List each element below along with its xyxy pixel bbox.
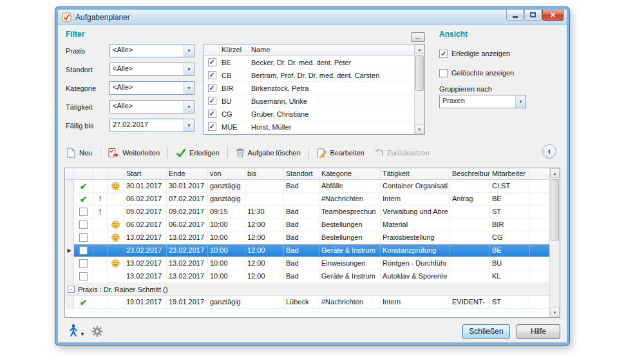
cell-bis [245,193,284,205]
collapse-panel-button[interactable]: ‹ [542,144,556,159]
task-checkbox[interactable] [79,221,88,229]
column-header-von[interactable]: von [208,168,245,179]
column-header-ende[interactable]: Ende [167,168,208,179]
cell-taetigkeit: Autoklav & Sporente [381,270,450,282]
filter-combo-taetigkeit[interactable]: <Alle>▼ [109,100,194,113]
hilfe-button[interactable]: Hilfe [516,324,560,339]
toolbar-erledigen[interactable]: Erledigen [174,147,221,159]
new-document-icon [66,148,76,158]
minimize-button[interactable] [506,10,524,21]
task-row[interactable]: ✔30.01.201730.01.2017ganztägigBadAbfälle… [65,180,549,193]
filter-combo-praxis[interactable]: <Alle>▼ [109,44,194,57]
employee-scrollbar[interactable]: ▲ ▼ [414,44,424,134]
task-row[interactable]: 06.02.201706.02.201710:0012:00BadBestell… [65,219,549,231]
maximize-button[interactable] [524,10,542,21]
undo-icon [374,148,384,157]
titlebar[interactable]: Aufgabenplaner ✕ [58,10,567,25]
employee-kuerzel: CB [220,72,249,79]
ansicht-heading: Ansicht [439,30,468,39]
group-row[interactable]: −Praxis : Dr. Rainer Schmitt () [65,283,549,296]
check-icon [176,148,186,157]
employee-row[interactable]: ✓BEBecker, Dr. Dr. med. dent. Peter [204,56,414,69]
task-row[interactable]: ✔19.01.201719.01.2017ganztägigLübeck#Nac… [65,296,549,309]
task-row[interactable]: 13.02.201713.02.201710:0012:00BadEinweis… [65,257,549,270]
task-checkbox[interactable] [79,246,88,255]
collapse-minus-icon[interactable]: − [68,286,75,293]
toolbar-aufgabe-loeschen[interactable]: Aufgabe löschen [234,146,303,159]
task-checkbox[interactable] [79,272,88,280]
task-row[interactable]: !09.02.201709.02.201709:1511:30BadTeambe… [65,206,549,219]
employee-row[interactable]: ✓BIRBirkenstock, Petra [204,82,414,95]
chevron-down-icon[interactable]: ▼ [184,44,194,57]
cell-kategorie: #Nachrichten [319,296,381,308]
toolbar-label: Aufgabe löschen [248,149,301,157]
employee-row[interactable]: ✓MUEHorst, Müller [204,121,414,133]
scroll-down-icon[interactable]: ▼ [550,308,560,317]
column-header-beschreibung[interactable]: Beschreibung [450,168,490,179]
checkbox-erledigte-anzeigen[interactable]: ✓Erledigte anzeigen [439,47,562,60]
toolbar-neu[interactable]: Neu [64,146,94,159]
cell-kategorie: Geräte & Instrum [319,244,381,257]
task-checkbox[interactable] [79,259,88,268]
employee-checkbox[interactable]: ✓ [208,84,216,92]
column-header-kategorie[interactable]: Kategorie [319,168,381,179]
chevron-down-icon[interactable]: ▼ [184,63,194,75]
chevron-down-icon[interactable]: ▼ [515,95,526,108]
cell-ende: 07.02.2017 [167,193,208,205]
cell-start: 09.02.2017 [124,206,167,218]
filter-row-faellig-bis: Fällig bis27.02.2017▼ [66,119,194,132]
task-checkbox[interactable] [79,233,88,242]
chevron-down-icon[interactable]: ▼ [184,119,194,132]
task-row[interactable]: ✔!06.02.201707.02.2017ganztägig#Nachrich… [65,193,549,206]
cell-beschreibung [450,219,490,231]
cell-standort: Bad [284,244,319,257]
employee-checkbox[interactable]: ✓ [208,71,216,79]
chevron-down-icon[interactable]: ▼ [184,82,194,94]
employee-row[interactable]: ✓CGGruber, Christiane [204,108,414,121]
task-row[interactable]: 13.02.201713.02.201710:0012:00BadGeräte … [65,270,549,283]
settings-button[interactable] [91,326,103,337]
chevron-down-icon[interactable]: ▼ [184,101,194,113]
task-row[interactable]: ▶23.02.201723.02.201710:0012:00BadGeräte… [65,244,549,257]
close-button[interactable]: ✕ [542,10,564,21]
scrollbar-thumb[interactable] [415,55,424,91]
task-checkbox[interactable] [79,208,88,216]
column-header-taetigkeit[interactable]: Tätigkeit [381,168,450,179]
cell-kategorie: Geräte & Instrum [319,270,381,282]
employee-row[interactable]: ✓BUBusemann, Ulrike [204,95,414,108]
column-header-mitarbeiter[interactable]: Mitarbeiter [490,168,530,179]
employee-name-column-header[interactable]: Name [249,44,414,55]
column-header-standort[interactable]: Standort [284,168,319,179]
employee-checkbox[interactable]: ✓ [208,110,216,118]
task-grid-scrollbar[interactable]: ▲ ▼ [549,168,560,317]
checkbox-geloeschte-anzeigen[interactable]: Gelöschte anzeigen [439,66,562,79]
scrollbar-thumb[interactable] [551,179,559,240]
cell-standort: Bad [284,219,319,231]
more-employees-button[interactable]: ... [411,32,425,42]
cell-kategorie: Teambesprechun [319,206,381,218]
filter-combo-kategorie[interactable]: <Alle>▼ [109,81,194,95]
employee-checkbox[interactable]: ✓ [208,97,216,105]
cell-von: 10:00 [208,219,245,231]
scroll-up-icon[interactable]: ▲ [550,168,560,178]
scroll-up-icon[interactable]: ▲ [415,44,424,54]
employee-checkbox[interactable]: ✓ [208,123,216,131]
scroll-down-icon[interactable]: ▼ [415,124,424,134]
filter-combo-faellig-bis[interactable]: 27.02.2017▼ [109,119,194,132]
employee-checkbox[interactable]: ✓ [208,58,216,66]
employee-kuerzel-column-header[interactable]: Kürzel [220,44,249,55]
task-row[interactable]: 13.02.201713.02.201710:0012:00BadBestell… [65,231,549,244]
toolbar-weiterleiten[interactable]: Weiterleiten [106,146,162,159]
employee-row[interactable]: ✓CBBertram, Prof. Dr. Dr. med. dent. Car… [204,69,414,82]
user-menu-button[interactable]: ▼ [67,324,85,337]
employee-name: Horst, Müller [249,123,414,131]
column-header-start[interactable]: Start [124,168,167,179]
filter-combo-standort[interactable]: <Alle>▼ [109,63,194,76]
column-header-bis[interactable]: bis [245,168,284,179]
toolbar-bearbeiten[interactable]: Bearbeiten [315,146,366,159]
checkbox-icon: ✓ [439,50,448,58]
gruppieren-combo[interactable]: Praxen ▼ [439,95,526,108]
toolbar-label: Zurücksetzen [387,149,430,157]
schliessen-button[interactable]: Schließen [462,324,510,339]
employee-kuerzel: MUE [220,123,249,131]
